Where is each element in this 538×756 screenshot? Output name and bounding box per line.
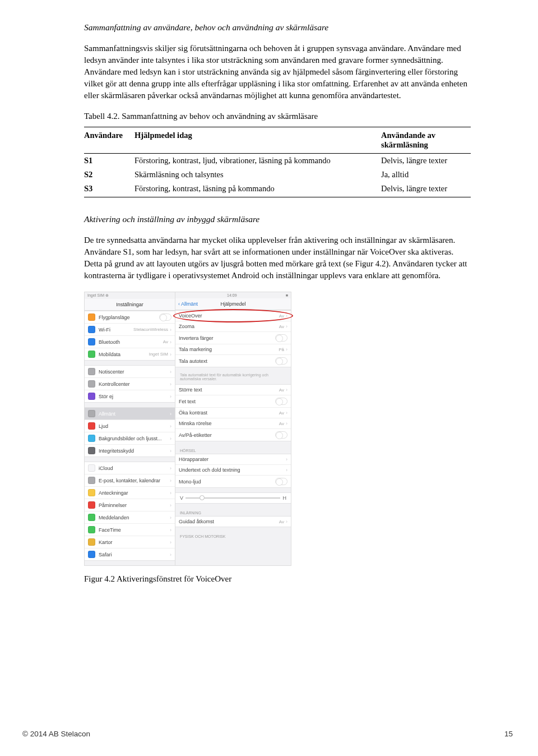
cell-value: Av xyxy=(163,339,168,344)
cell-value: Av xyxy=(279,411,284,416)
cell-label: Stör ej xyxy=(99,394,170,399)
section-header: HÖRSEL xyxy=(175,446,291,454)
toggle-switch[interactable] xyxy=(275,334,287,342)
settings-row[interactable]: Hörapparater › xyxy=(175,454,291,465)
settings-row[interactable]: Guidad åtkomst Av› xyxy=(175,517,291,527)
chevron-right-icon: › xyxy=(170,527,171,533)
chevron-right-icon: › xyxy=(170,490,171,496)
back-button[interactable]: ‹ Allmänt xyxy=(178,301,198,307)
status-bar: 14:09 ■ xyxy=(175,292,291,298)
settings-row[interactable]: Safari › xyxy=(85,548,175,560)
settings-row[interactable]: Stör ej › xyxy=(85,390,175,402)
cell-label: Fet text xyxy=(179,399,275,404)
cell-user: S3 xyxy=(84,182,134,197)
status-battery-icon: ■ xyxy=(286,293,288,297)
table-caption: Tabell 4.2. Sammanfattning av behov och … xyxy=(84,112,471,121)
app-icon xyxy=(88,326,95,333)
cell-value: Av xyxy=(279,314,284,319)
settings-row[interactable]: Påminnelser › xyxy=(85,499,175,511)
settings-row[interactable]: Meddelanden › xyxy=(85,511,175,524)
cell-label: iCloud xyxy=(99,465,170,471)
cell-label: Ljud xyxy=(99,423,170,429)
cell-label: Kontrollcenter xyxy=(99,381,170,387)
settings-row[interactable]: Kartor › xyxy=(85,536,175,548)
footer-copyright: © 2014 AB Stelacon xyxy=(22,730,90,738)
chevron-right-icon: › xyxy=(170,540,171,545)
cell-label: Större text xyxy=(179,387,279,393)
cell-label: Invertera färger xyxy=(179,335,275,341)
table-row: S1 Förstoring, kontrast, ljud, vibration… xyxy=(84,154,471,168)
settings-row[interactable]: Tala autotext xyxy=(175,355,291,367)
cell-label: Minska rörelse xyxy=(179,421,279,426)
settings-row[interactable]: Bluetooth Av› xyxy=(85,336,175,348)
cell-usage: Delvis, längre texter xyxy=(381,154,471,168)
cell-value: Av xyxy=(279,421,284,426)
cell-aid: Förstoring, kontrast, läsning på kommand… xyxy=(134,182,381,197)
settings-row[interactable]: Fet text xyxy=(175,395,291,408)
settings-row[interactable]: VoiceOver Av› xyxy=(175,311,291,321)
cell-user: S2 xyxy=(84,168,134,182)
th-usage: Användande av skärmläsning xyxy=(381,127,471,154)
settings-row[interactable]: Wi-Fi StelaconWireless› xyxy=(85,324,175,336)
chevron-right-icon: › xyxy=(286,519,287,524)
settings-row[interactable]: Notiscenter › xyxy=(85,366,175,378)
cell-label: Öka kontrast xyxy=(179,410,279,416)
chevron-right-icon: › xyxy=(170,423,171,429)
app-icon xyxy=(88,489,95,496)
group-footnote: Tala automatiskt text för automatisk kor… xyxy=(175,372,291,384)
settings-row[interactable]: Större text Av› xyxy=(175,385,291,395)
settings-row[interactable]: Allmänt › xyxy=(85,408,175,420)
chevron-right-icon: › xyxy=(170,394,171,399)
settings-row[interactable]: Mobildata Inget SIM› xyxy=(85,348,175,360)
balance-slider[interactable]: V H xyxy=(175,493,291,503)
chevron-right-icon: › xyxy=(286,347,287,352)
settings-row[interactable]: E-post, kontakter, kalendrar › xyxy=(85,474,175,487)
toggle-switch[interactable] xyxy=(159,314,171,321)
slider-right-label: H xyxy=(282,495,286,501)
cell-value: Av xyxy=(279,388,284,393)
cell-label: Wi-Fi xyxy=(99,327,133,333)
cell-label: Bluetooth xyxy=(99,339,163,345)
cell-label: Av/På-etiketter xyxy=(179,432,275,438)
settings-row[interactable]: Mono-ljud xyxy=(175,476,291,487)
chevron-right-icon: › xyxy=(170,369,171,375)
chevron-right-icon: › xyxy=(170,411,171,417)
chevron-right-icon: › xyxy=(170,515,171,520)
cell-usage: Delvis, längre texter xyxy=(381,182,471,197)
settings-row[interactable]: Öka kontrast Av› xyxy=(175,408,291,418)
cell-label: Safari xyxy=(99,552,170,557)
app-icon xyxy=(88,422,95,430)
toggle-switch[interactable] xyxy=(275,478,287,485)
settings-row[interactable]: iCloud › xyxy=(85,462,175,474)
settings-row[interactable]: Ljud › xyxy=(85,420,175,432)
slider-left-label: V xyxy=(180,495,183,501)
settings-row[interactable]: FaceTime › xyxy=(85,524,175,536)
cell-label: Tala autotext xyxy=(179,358,275,364)
toggle-switch[interactable] xyxy=(275,398,287,405)
settings-row[interactable]: Kontrollcenter › xyxy=(85,378,175,390)
settings-row[interactable]: Av/På-etiketter xyxy=(175,429,291,441)
cell-label: Flygplansläge xyxy=(99,315,159,320)
settings-row[interactable]: Minska rörelse Av› xyxy=(175,418,291,429)
cell-value: På xyxy=(279,347,284,352)
settings-row[interactable]: Bakgrundsbilder och ljusst... › xyxy=(85,432,175,445)
settings-row[interactable]: Zooma Av› xyxy=(175,321,291,332)
settings-row[interactable]: Invertera färger xyxy=(175,332,291,344)
settings-row[interactable]: Integritetsskydd › xyxy=(85,445,175,457)
app-icon xyxy=(88,514,95,521)
app-icon xyxy=(88,526,95,533)
app-icon xyxy=(88,477,95,484)
settings-row[interactable]: Tala markering På› xyxy=(175,344,291,355)
app-icon xyxy=(88,314,95,321)
settings-row[interactable]: Anteckningar › xyxy=(85,487,175,499)
cell-value: Av xyxy=(279,324,284,329)
cell-value: StelaconWireless xyxy=(133,327,168,332)
settings-row[interactable]: Flygplansläge xyxy=(85,311,175,324)
chevron-right-icon: › xyxy=(286,324,287,329)
toggle-switch[interactable] xyxy=(275,431,287,439)
settings-row[interactable]: Undertext och dold textning › xyxy=(175,465,291,476)
toggle-switch[interactable] xyxy=(275,357,287,365)
cell-label: Anteckningar xyxy=(99,490,170,496)
th-user: Användare xyxy=(84,127,134,154)
summary-table: Användare Hjälpmedel idag Användande av … xyxy=(84,127,471,197)
